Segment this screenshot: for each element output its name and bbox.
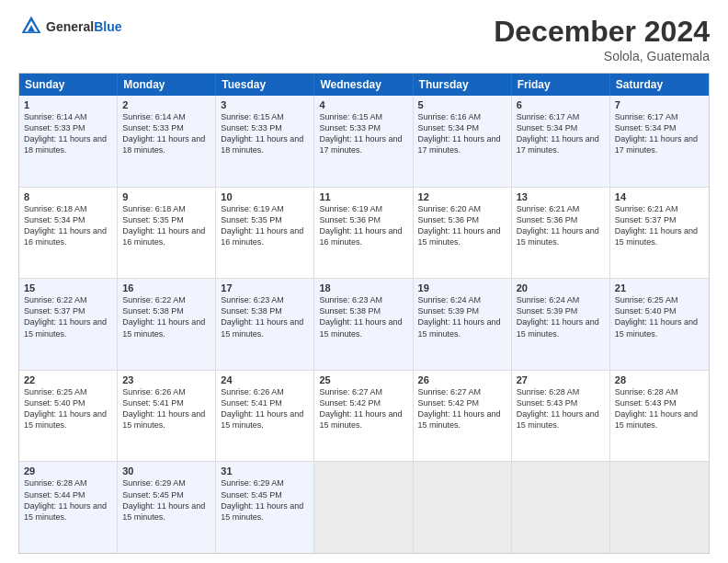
cal-day-cell: 20 Sunrise: 6:24 AMSunset: 5:39 PMDaylig… [512, 279, 610, 370]
cal-day-cell: 24 Sunrise: 6:26 AMSunset: 5:41 PMDaylig… [216, 371, 314, 462]
day-number: 14 [615, 191, 704, 202]
cal-day-cell: 30 Sunrise: 6:29 AMSunset: 5:45 PMDaylig… [118, 462, 216, 553]
day-number: 3 [221, 99, 309, 110]
day-info: Sunrise: 6:17 AMSunset: 5:34 PMDaylight:… [517, 111, 605, 156]
day-number: 24 [221, 374, 309, 385]
cal-day-cell: 1 Sunrise: 6:14 AMSunset: 5:33 PMDayligh… [19, 96, 118, 187]
day-number: 19 [418, 282, 506, 293]
day-number: 31 [221, 465, 309, 477]
day-number: 7 [615, 99, 704, 110]
location: Solola, Guatemala [494, 49, 710, 63]
logo-general: General [46, 19, 94, 34]
day-info: Sunrise: 6:23 AMSunset: 5:38 PMDaylight:… [319, 294, 407, 339]
day-info: Sunrise: 6:28 AMSunset: 5:43 PMDaylight:… [615, 386, 704, 431]
cal-header-day: Thursday [414, 74, 512, 96]
logo: GeneralBlue [18, 15, 121, 40]
day-number: 30 [122, 465, 210, 477]
day-number: 17 [221, 282, 309, 293]
day-info: Sunrise: 6:23 AMSunset: 5:38 PMDaylight:… [221, 294, 309, 339]
cal-day-cell: 2 Sunrise: 6:14 AMSunset: 5:33 PMDayligh… [118, 96, 216, 187]
day-number: 20 [517, 282, 605, 293]
cal-day-cell: 7 Sunrise: 6:17 AMSunset: 5:34 PMDayligh… [610, 96, 709, 187]
cal-day-cell: 16 Sunrise: 6:22 AMSunset: 5:38 PMDaylig… [118, 279, 216, 370]
day-number: 5 [418, 99, 506, 110]
calendar-body: 1 Sunrise: 6:14 AMSunset: 5:33 PMDayligh… [19, 96, 709, 553]
cal-day-cell: 15 Sunrise: 6:22 AMSunset: 5:37 PMDaylig… [19, 279, 118, 370]
cal-week-row: 1 Sunrise: 6:14 AMSunset: 5:33 PMDayligh… [19, 96, 709, 187]
cal-day-cell: 29 Sunrise: 6:28 AMSunset: 5:44 PMDaylig… [19, 462, 118, 553]
cal-header-day: Monday [118, 74, 216, 96]
cal-day-cell: 13 Sunrise: 6:21 AMSunset: 5:36 PMDaylig… [512, 188, 610, 279]
day-info: Sunrise: 6:27 AMSunset: 5:42 PMDaylight:… [319, 386, 407, 431]
title-block: December 2024 Solola, Guatemala [494, 15, 710, 63]
cal-week-row: 8 Sunrise: 6:18 AMSunset: 5:34 PMDayligh… [19, 187, 709, 279]
month-title: December 2024 [494, 15, 710, 49]
cal-day-cell: 31 Sunrise: 6:29 AMSunset: 5:45 PMDaylig… [216, 462, 314, 553]
day-info: Sunrise: 6:28 AMSunset: 5:44 PMDaylight:… [24, 477, 112, 523]
day-number: 26 [418, 374, 506, 385]
day-number: 11 [319, 191, 407, 202]
cal-header-day: Wednesday [314, 74, 413, 96]
day-number: 23 [122, 374, 210, 385]
cal-day-cell: 5 Sunrise: 6:16 AMSunset: 5:34 PMDayligh… [414, 96, 512, 187]
day-number: 12 [418, 191, 506, 202]
cal-day-cell: 9 Sunrise: 6:18 AMSunset: 5:35 PMDayligh… [118, 188, 216, 279]
day-number: 22 [24, 374, 112, 385]
day-number: 15 [24, 282, 112, 293]
cal-day-cell: 11 Sunrise: 6:19 AMSunset: 5:36 PMDaylig… [314, 188, 413, 279]
day-number: 27 [517, 374, 605, 385]
logo-blue: Blue [94, 19, 121, 34]
cal-day-cell: 23 Sunrise: 6:26 AMSunset: 5:41 PMDaylig… [118, 371, 216, 462]
day-info: Sunrise: 6:21 AMSunset: 5:36 PMDaylight:… [517, 203, 605, 248]
day-info: Sunrise: 6:24 AMSunset: 5:39 PMDaylight:… [418, 294, 506, 339]
cal-week-row: 15 Sunrise: 6:22 AMSunset: 5:37 PMDaylig… [19, 278, 709, 370]
day-info: Sunrise: 6:16 AMSunset: 5:34 PMDaylight:… [418, 111, 506, 156]
day-number: 6 [517, 99, 605, 110]
cal-empty-cell [314, 462, 413, 553]
day-info: Sunrise: 6:25 AMSunset: 5:40 PMDaylight:… [615, 294, 704, 339]
cal-day-cell: 10 Sunrise: 6:19 AMSunset: 5:35 PMDaylig… [216, 188, 314, 279]
day-info: Sunrise: 6:24 AMSunset: 5:39 PMDaylight:… [517, 294, 605, 339]
day-number: 13 [517, 191, 605, 202]
day-info: Sunrise: 6:15 AMSunset: 5:33 PMDaylight:… [319, 111, 407, 156]
day-info: Sunrise: 6:26 AMSunset: 5:41 PMDaylight:… [122, 386, 210, 431]
day-number: 16 [122, 282, 210, 293]
cal-header-day: Friday [512, 74, 610, 96]
day-info: Sunrise: 6:18 AMSunset: 5:35 PMDaylight:… [122, 203, 210, 248]
day-info: Sunrise: 6:17 AMSunset: 5:34 PMDaylight:… [615, 111, 704, 156]
page: GeneralBlue December 2024 Solola, Guatem… [0, 0, 728, 563]
day-info: Sunrise: 6:14 AMSunset: 5:33 PMDaylight:… [24, 111, 112, 156]
cal-day-cell: 27 Sunrise: 6:28 AMSunset: 5:43 PMDaylig… [512, 371, 610, 462]
cal-header-day: Saturday [610, 74, 709, 96]
day-info: Sunrise: 6:21 AMSunset: 5:37 PMDaylight:… [615, 203, 704, 248]
header: GeneralBlue December 2024 Solola, Guatem… [18, 15, 710, 63]
day-info: Sunrise: 6:14 AMSunset: 5:33 PMDaylight:… [122, 111, 210, 156]
day-number: 25 [319, 374, 407, 385]
cal-day-cell: 17 Sunrise: 6:23 AMSunset: 5:38 PMDaylig… [216, 279, 314, 370]
day-number: 9 [122, 191, 210, 202]
cal-week-row: 29 Sunrise: 6:28 AMSunset: 5:44 PMDaylig… [19, 461, 709, 553]
cal-day-cell: 12 Sunrise: 6:20 AMSunset: 5:36 PMDaylig… [414, 188, 512, 279]
cal-header-day: Tuesday [216, 74, 314, 96]
cal-day-cell: 4 Sunrise: 6:15 AMSunset: 5:33 PMDayligh… [314, 96, 413, 187]
day-number: 4 [319, 99, 407, 110]
day-info: Sunrise: 6:26 AMSunset: 5:41 PMDaylight:… [221, 386, 309, 431]
cal-day-cell: 22 Sunrise: 6:25 AMSunset: 5:40 PMDaylig… [19, 371, 118, 462]
cal-week-row: 22 Sunrise: 6:25 AMSunset: 5:40 PMDaylig… [19, 370, 709, 462]
day-info: Sunrise: 6:22 AMSunset: 5:38 PMDaylight:… [122, 294, 210, 339]
cal-day-cell: 28 Sunrise: 6:28 AMSunset: 5:43 PMDaylig… [610, 371, 709, 462]
day-info: Sunrise: 6:28 AMSunset: 5:43 PMDaylight:… [517, 386, 605, 431]
day-info: Sunrise: 6:19 AMSunset: 5:35 PMDaylight:… [221, 203, 309, 248]
day-number: 29 [24, 465, 112, 477]
cal-empty-cell [414, 462, 512, 553]
day-info: Sunrise: 6:29 AMSunset: 5:45 PMDaylight:… [122, 477, 210, 523]
cal-day-cell: 8 Sunrise: 6:18 AMSunset: 5:34 PMDayligh… [19, 188, 118, 279]
cal-day-cell: 14 Sunrise: 6:21 AMSunset: 5:37 PMDaylig… [610, 188, 709, 279]
logo-icon [20, 15, 42, 37]
day-info: Sunrise: 6:29 AMSunset: 5:45 PMDaylight:… [221, 477, 309, 523]
cal-day-cell: 6 Sunrise: 6:17 AMSunset: 5:34 PMDayligh… [512, 96, 610, 187]
day-info: Sunrise: 6:15 AMSunset: 5:33 PMDaylight:… [221, 111, 309, 156]
day-info: Sunrise: 6:18 AMSunset: 5:34 PMDaylight:… [24, 203, 112, 248]
cal-empty-cell [610, 462, 709, 553]
cal-day-cell: 3 Sunrise: 6:15 AMSunset: 5:33 PMDayligh… [216, 96, 314, 187]
